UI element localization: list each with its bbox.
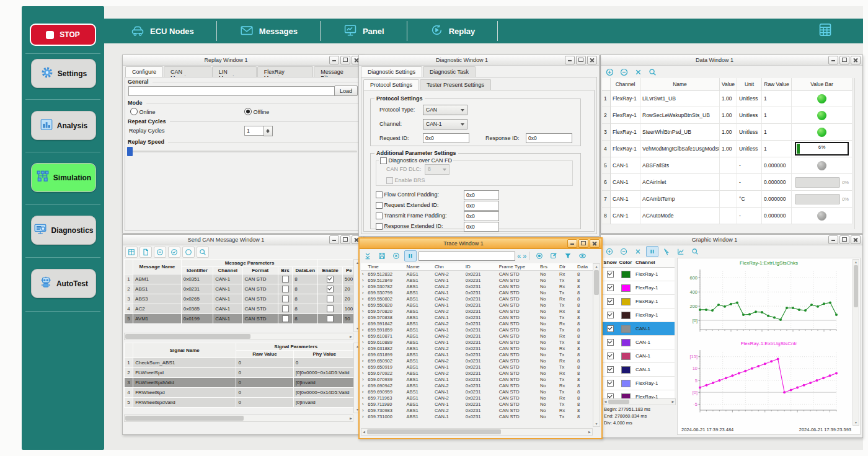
online-radio[interactable] — [130, 108, 138, 115]
minimize-button[interactable] — [329, 235, 339, 244]
replay-file-input[interactable] — [128, 86, 338, 96]
replay-cycles-value[interactable]: 1 — [244, 126, 265, 136]
enable-brs-checkbox[interactable] — [386, 177, 393, 184]
trace-row[interactable]: › 659.591842 ABS1 CAN-2 0x0231 CAN STD N… — [361, 320, 593, 327]
color-swatch[interactable] — [621, 298, 631, 305]
diagnostic-subtab[interactable]: Protocol Settings — [363, 79, 419, 90]
trace-row[interactable]: › 659.690959 ABS1 CAN-1 0x0231 CAN STD N… — [361, 388, 593, 395]
expand-arrow-icon[interactable]: › — [361, 364, 366, 370]
filter-icon[interactable] — [562, 250, 574, 261]
sidebar-item-autotest[interactable]: AutoTest — [31, 269, 96, 298]
param-checkbox[interactable] — [376, 213, 383, 219]
color-swatch[interactable] — [621, 366, 631, 374]
minimize-button[interactable] — [828, 56, 838, 64]
request-id-input[interactable]: 0x0 — [423, 133, 469, 143]
maximize-button[interactable] — [340, 235, 350, 244]
trace-search-input[interactable] — [418, 252, 515, 261]
show-checkbox[interactable] — [607, 298, 614, 305]
protocol-type-select[interactable]: CAN — [423, 105, 467, 115]
trace-table-header[interactable]: Time Name Chn ID Frame Type Brs Dir Data — [361, 263, 593, 271]
close-button[interactable] — [851, 235, 861, 244]
expand-arrow-icon[interactable]: › — [361, 413, 366, 419]
brs-checkbox[interactable] — [282, 286, 289, 292]
offline-radio[interactable] — [244, 108, 252, 115]
graphic-window-titlebar[interactable]: Graphic Window 1 — [601, 235, 862, 245]
expand-arrow-icon[interactable]: › — [361, 327, 366, 333]
cycles-stepper[interactable] — [264, 126, 273, 136]
signal-row[interactable]: 4 FRWheelSpd 0 [0]0x0000~0x14D5:Valid — [125, 388, 355, 397]
check-circle-icon[interactable] — [168, 247, 180, 258]
data-row[interactable]: 4 FlexRay-1 VehModMngtGlbSafe1UsgModSts … — [602, 141, 852, 157]
channel-select[interactable]: CAN-1 — [423, 119, 467, 129]
expand-arrow-icon[interactable]: › — [361, 395, 366, 401]
close-button[interactable] — [587, 56, 597, 64]
delete-icon[interactable] — [632, 66, 644, 77]
search-icon[interactable] — [646, 66, 658, 77]
channel-row[interactable]: CAN-1 — [603, 363, 675, 377]
message-row[interactable]: 3 ABS3 0x0265 CAN-1 CAN STD 8 20 — [125, 294, 355, 304]
trace-row[interactable]: › 659.631882 ABS1 CAN-2 0x0231 CAN STD N… — [361, 345, 593, 351]
canfd-dlc-select[interactable]: 8 — [425, 164, 450, 175]
trace-row[interactable]: › 659.550802 ABS1 CAN-2 0x0231 CAN STD N… — [361, 296, 593, 302]
maximize-button[interactable] — [578, 239, 588, 248]
signal-row[interactable]: 5 FRWheelSpdValid 0 [0]Invalid — [125, 398, 355, 407]
brs-checkbox[interactable] — [282, 315, 289, 322]
color-swatch[interactable] — [621, 312, 631, 319]
search-icon[interactable] — [689, 246, 701, 257]
signal-row[interactable]: 3 FLWheelSpdValid 0 [0]Invalid — [125, 378, 355, 387]
color-swatch[interactable] — [621, 284, 631, 292]
channel-list-hscroll[interactable]: ◀▶ — [603, 398, 676, 405]
add-file-icon[interactable] — [140, 247, 152, 258]
channel-row[interactable]: CAN-1 — [603, 322, 675, 336]
response-id-input[interactable]: 0x0 — [526, 133, 572, 143]
message-row[interactable]: 4 AC2 0x0385 CAN-1 CAN STD 8 100 — [125, 304, 355, 314]
trace-row[interactable]: › 659.650919 ABS1 CAN-1 0x0231 CAN STD N… — [361, 364, 593, 370]
param-input[interactable]: 0x0 — [464, 190, 499, 200]
trace-row[interactable]: › 659.610889 ABS1 CAN-1 0x0231 CAN STD N… — [361, 339, 593, 345]
show-checkbox[interactable] — [607, 353, 614, 359]
add-icon[interactable] — [603, 246, 616, 257]
trace-row[interactable]: › 659.512832 ABS1 CAN-2 0x0231 CAN STD N… — [361, 271, 593, 277]
chart-icon[interactable] — [675, 246, 687, 257]
remove-icon[interactable] — [618, 246, 630, 257]
message-row[interactable]: 5 AVM1 0x0199 CAN-1 CAN STD 8 50 — [125, 314, 355, 323]
show-checkbox[interactable] — [607, 380, 614, 387]
record-icon[interactable] — [533, 250, 546, 261]
search-icon[interactable] — [197, 247, 209, 258]
signal-table-hscroll[interactable]: ▶ — [124, 414, 353, 422]
param-input[interactable]: 0x0 — [464, 222, 499, 232]
toolbar-item-replay[interactable]: Replay — [422, 23, 483, 39]
toolbar-item-panel[interactable]: Panel — [335, 24, 392, 39]
trace-row[interactable]: › 659.711980 ABS1 CAN-1 0x0231 CAN STD N… — [361, 401, 593, 407]
delete-icon[interactable] — [632, 246, 644, 257]
show-checkbox[interactable] — [607, 312, 614, 318]
show-checkbox[interactable] — [607, 271, 614, 278]
trace-row[interactable]: › 659.650902 ABS1 CAN-2 0x0231 CAN STD N… — [361, 357, 593, 364]
expand-arrow-icon[interactable]: › — [361, 289, 366, 296]
param-checkbox[interactable] — [376, 202, 383, 209]
channel-row[interactable]: FlexRay-1 — [603, 295, 675, 309]
expand-arrow-icon[interactable]: › — [361, 370, 366, 376]
signal-row[interactable]: 1 CheckSum_ABS1 0 0 — [125, 358, 355, 367]
minimize-button[interactable] — [828, 235, 838, 244]
replay-speed-handle[interactable] — [127, 147, 133, 156]
trace-row[interactable]: › 659.731000 ABS1 CAN-1 0x0231 CAN STD N… — [361, 413, 593, 419]
message-table-hscroll[interactable]: ▶ — [124, 333, 353, 340]
brs-checkbox[interactable] — [282, 276, 289, 283]
expand-arrow-icon[interactable]: › — [361, 296, 366, 302]
enable-checkbox[interactable] — [327, 276, 334, 283]
trace-row[interactable]: › 659.570820 ABS1 CAN-2 0x0231 CAN STD N… — [361, 308, 593, 314]
chart2-plot[interactable]: [15]105[0]-5 — [680, 348, 843, 419]
diagnostic-subtab[interactable]: Tester Present Settings — [420, 79, 491, 90]
signal-row[interactable]: 2 FLWheelSpd 0 [0]0x0000~0x14D5:Valid — [125, 368, 355, 377]
sidebar-item-analysis[interactable]: Analysis — [31, 111, 96, 140]
expand-arrow-icon[interactable]: › — [361, 314, 366, 320]
trace-row[interactable]: › 659.570838 ABS1 CAN-1 0x0231 CAN STD N… — [361, 314, 593, 320]
load-button[interactable]: Load — [334, 86, 358, 96]
sidebar-item-settings[interactable]: Settings — [31, 59, 96, 88]
chart-vscroll[interactable]: ▲▼ — [852, 259, 859, 426]
expand-arrow-icon[interactable]: › — [361, 351, 366, 357]
expand-arrow-icon[interactable]: › — [361, 283, 366, 289]
data-row[interactable]: 7 CAN-1 ACAmbtTemp °C 0.000000 0% — [602, 191, 852, 208]
pause-icon[interactable] — [646, 246, 658, 257]
